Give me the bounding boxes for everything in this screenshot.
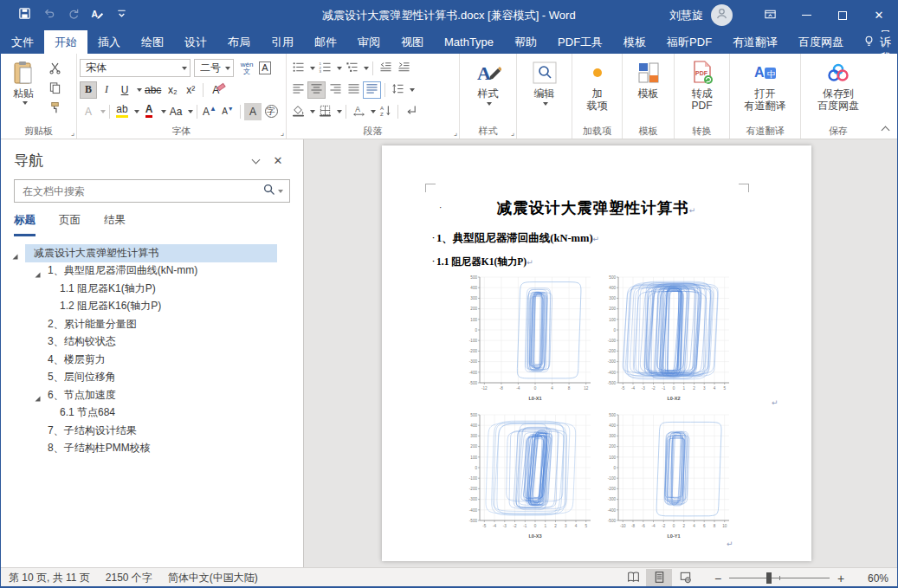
nav-tree-item[interactable]: 8、子结构柱PMM校核 <box>1 440 303 458</box>
highlight-dropdown-icon[interactable] <box>134 110 139 113</box>
line-spacing-button[interactable] <box>389 81 406 99</box>
ribbon-tab-PDF工具[interactable]: PDF工具 <box>547 30 613 54</box>
change-case-dropdown-icon[interactable] <box>188 110 193 113</box>
ribbon-tab-模板[interactable]: 模板 <box>613 30 656 54</box>
user-name[interactable]: 刘慧旋 <box>669 8 703 23</box>
save-icon[interactable] <box>13 4 36 27</box>
clipboard-dialog-launcher[interactable]: ⌟ <box>71 129 74 137</box>
ribbon-tab-绘图[interactable]: 绘图 <box>131 30 174 54</box>
increase-indent-button[interactable] <box>395 60 412 77</box>
numbering-dropdown-icon[interactable] <box>337 67 342 70</box>
ribbon-tab-视图[interactable]: 视图 <box>391 30 434 54</box>
nav-tree-item[interactable]: 2、累计能量分量图 <box>1 315 303 333</box>
nav-tree-item[interactable]: 5、层间位移角 <box>1 369 303 387</box>
baidu-save-button[interactable]: 保存到 百度网盘 <box>804 57 873 112</box>
styles-button[interactable]: A 样式 <box>462 57 514 106</box>
cut-button[interactable] <box>45 61 64 78</box>
maximize-button[interactable] <box>824 0 861 30</box>
highlight-button[interactable]: ab <box>113 103 131 120</box>
line-spacing-dropdown-icon[interactable] <box>410 88 415 92</box>
phonetic-guide-button[interactable]: wén 文 <box>238 60 255 77</box>
subscript-button[interactable]: x₂ <box>164 81 181 99</box>
nav-close-button[interactable]: ✕ <box>267 154 289 167</box>
minimize-button[interactable] <box>788 0 824 30</box>
align-left-button[interactable] <box>289 81 307 99</box>
enclose-characters-button[interactable]: 字 <box>262 103 280 120</box>
grow-font-button[interactable]: A▲ <box>201 103 218 120</box>
ribbon-tab-有道翻译[interactable]: 有道翻译 <box>722 30 788 54</box>
paste-button[interactable]: 粘贴 <box>3 57 43 125</box>
nav-tree-item[interactable]: 1.2 阻尼器K16(轴力P) <box>1 298 303 316</box>
sort-button[interactable]: AZ <box>377 103 394 120</box>
italic-button[interactable]: I <box>98 81 115 99</box>
font-dialog-launcher[interactable]: ⌟ <box>281 129 284 137</box>
font-color-dropdown-icon[interactable] <box>161 110 166 113</box>
ribbon-tab-福昕PDF[interactable]: 福昕PDF <box>656 30 722 54</box>
web-layout-button[interactable] <box>672 569 698 588</box>
decrease-indent-button[interactable] <box>377 60 394 77</box>
shading-dropdown-icon[interactable] <box>310 110 315 113</box>
tell-me-button[interactable]: 告诉我 <box>854 30 898 54</box>
nav-tree-item[interactable]: 6、节点加速度 <box>1 386 303 404</box>
avatar[interactable] <box>711 4 733 26</box>
borders-button[interactable] <box>316 103 333 120</box>
customize-qat-button[interactable] <box>110 4 132 27</box>
ribbon-tab-MathType[interactable]: MathType <box>434 30 504 54</box>
text-effects-button[interactable]: A <box>80 103 97 120</box>
search-dropdown-icon[interactable] <box>278 190 283 193</box>
copy-button[interactable] <box>45 81 64 98</box>
nav-tree-item[interactable]: 7、子结构设计结果 <box>1 422 303 440</box>
page-indicator[interactable]: 第 10 页, 共 11 页 <box>1 571 98 585</box>
nav-tree-item[interactable]: 减震设计大震弹塑性计算书 <box>1 244 303 262</box>
bullets-button[interactable] <box>289 60 307 77</box>
zoom-in-button[interactable]: + <box>833 572 849 585</box>
font-name-combo[interactable]: 宋体 <box>80 59 191 77</box>
ribbon-tab-文件[interactable]: 文件 <box>1 30 44 54</box>
underline-dropdown-icon[interactable] <box>137 88 142 92</box>
shading-button[interactable] <box>289 103 307 120</box>
nav-tree-item[interactable]: 4、楼层剪力 <box>1 351 303 369</box>
show-marks-button[interactable] <box>402 103 419 120</box>
convert-pdf-button[interactable]: PDF 转成 PDF <box>677 57 727 112</box>
nav-tab-页面[interactable]: 页面 <box>59 213 81 236</box>
nav-tab-标题[interactable]: 标题 <box>14 213 36 236</box>
character-border-button[interactable]: A <box>256 60 274 77</box>
undo-button[interactable] <box>37 4 60 27</box>
underline-button[interactable]: U <box>116 81 133 99</box>
asian-layout-dropdown-icon[interactable] <box>371 110 376 113</box>
ribbon-display-options-button[interactable] <box>752 0 788 30</box>
distributed-button[interactable] <box>363 81 381 99</box>
align-center-button[interactable] <box>307 81 326 99</box>
font-color-button[interactable]: A <box>140 103 158 120</box>
change-case-button[interactable]: Aa <box>167 103 184 120</box>
word-count[interactable]: 2150 个字 <box>98 571 160 585</box>
ribbon-tab-插入[interactable]: 插入 <box>87 30 131 54</box>
ribbon-tab-帮助[interactable]: 帮助 <box>504 30 547 54</box>
styles-dialog-launcher[interactable]: ⌟ <box>511 129 514 137</box>
zoom-slider[interactable] <box>729 578 830 578</box>
style-pen-button[interactable]: A <box>86 4 108 27</box>
ribbon-tab-邮件[interactable]: 邮件 <box>304 30 347 54</box>
nav-options-button[interactable] <box>244 159 267 163</box>
superscript-button[interactable]: x² <box>182 81 199 99</box>
shrink-font-button[interactable]: A▼ <box>219 103 236 120</box>
clear-formatting-button[interactable]: A <box>207 81 224 99</box>
zoom-out-button[interactable]: − <box>710 572 726 585</box>
read-mode-button[interactable] <box>620 569 646 588</box>
multilevel-dropdown-icon[interactable] <box>364 67 369 70</box>
redo-button[interactable] <box>61 4 84 27</box>
search-input[interactable] <box>21 184 262 198</box>
zoom-slider-thumb[interactable] <box>766 572 772 584</box>
nav-tree-item[interactable]: 1.1 阻尼器K1(轴力P) <box>1 280 303 298</box>
nav-tree-item[interactable]: 3、结构铰状态 <box>1 333 303 352</box>
zoom-level[interactable]: 60% <box>856 572 888 585</box>
ribbon-tab-引用[interactable]: 引用 <box>261 30 304 54</box>
search-icon[interactable] <box>262 183 275 199</box>
borders-dropdown-icon[interactable] <box>337 110 342 113</box>
numbering-button[interactable]: 123 <box>316 60 333 77</box>
nav-search-box[interactable] <box>14 179 290 203</box>
language-indicator[interactable]: 简体中文(中国大陆) <box>160 571 266 585</box>
editing-button[interactable]: 编辑 <box>520 57 569 106</box>
ribbon-tab-设计[interactable]: 设计 <box>174 30 217 54</box>
font-size-combo[interactable]: 二号 <box>194 59 234 77</box>
